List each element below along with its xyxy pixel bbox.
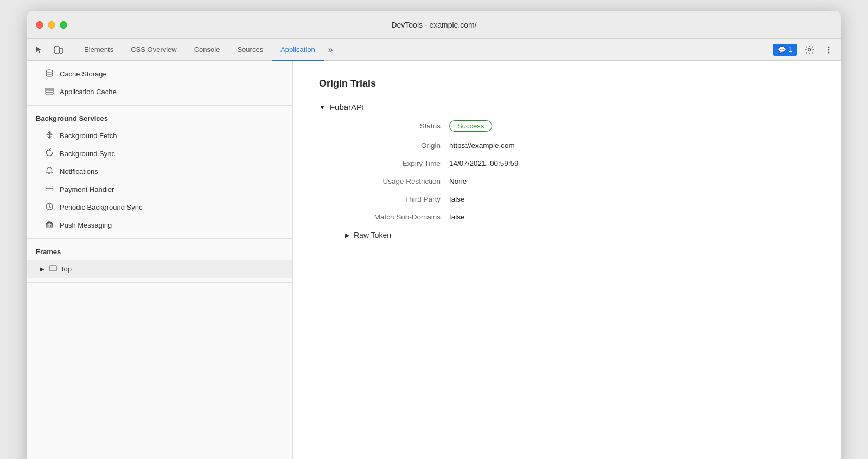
usage-row: Usage Restriction None	[332, 177, 815, 185]
device-toolbar-button[interactable]	[51, 42, 66, 57]
tab-bar-tools	[31, 39, 71, 60]
sidebar-item-background-fetch[interactable]: Background Fetch	[27, 127, 292, 145]
match-subdomains-label: Match Sub-Domains	[332, 213, 441, 221]
sidebar-item-payment-handler[interactable]: Payment Handler	[27, 180, 292, 198]
tab-css-overview[interactable]: CSS Overview	[122, 40, 186, 61]
svg-rect-0	[55, 47, 59, 53]
sidebar-item-push-messaging[interactable]: Push Messaging	[27, 216, 292, 234]
sidebar-item-background-sync[interactable]: Background Sync	[27, 145, 292, 163]
frames-header: Frames	[27, 243, 292, 260]
origin-row: Origin https://example.com	[332, 141, 815, 150]
devtools-window: DevTools - example.com/ Elements CSS Ove	[27, 11, 841, 459]
svg-point-2	[808, 48, 811, 51]
close-button[interactable]	[36, 21, 43, 29]
tabs-container: Elements CSS Overview Console Sources Ap…	[75, 39, 773, 60]
window-title: DevTools - example.com/	[391, 21, 476, 29]
sidebar-item-application-cache[interactable]: Application Cache	[27, 83, 292, 101]
background-services-section: Background Services Background Fetch	[27, 106, 292, 239]
traffic-lights	[36, 21, 67, 29]
notifications-icon	[44, 166, 54, 177]
background-sync-icon	[44, 148, 54, 159]
frames-section: Frames ▶ top	[27, 239, 292, 283]
api-header[interactable]: ▼ FubarAPI	[319, 102, 815, 112]
svg-rect-15	[50, 266, 56, 271]
svg-rect-8	[46, 90, 53, 92]
api-section: ▼ FubarAPI Status Success Origin https:/…	[319, 102, 815, 240]
sidebar-item-notifications[interactable]: Notifications	[27, 163, 292, 180]
status-label: Status	[332, 122, 441, 130]
status-row: Status Success	[332, 120, 815, 132]
usage-value: None	[449, 177, 467, 185]
panel-title: Origin Trials	[319, 78, 815, 89]
raw-token-section: ▶ Raw Token	[345, 231, 815, 240]
tab-bar-right: 💬 1	[773, 39, 837, 60]
usage-label: Usage Restriction	[332, 177, 441, 185]
device-icon	[54, 45, 63, 55]
api-collapse-arrow: ▼	[319, 104, 326, 111]
payment-handler-icon	[44, 184, 54, 195]
svg-rect-9	[46, 93, 53, 94]
storage-section: Cache Storage Application Cache	[27, 61, 292, 106]
sidebar-item-periodic-background-sync[interactable]: Periodic Background Sync	[27, 198, 292, 216]
push-messaging-icon	[44, 220, 54, 230]
inspect-tool-button[interactable]	[31, 42, 47, 57]
frame-icon	[49, 264, 58, 274]
api-name: FubarAPI	[330, 102, 364, 112]
third-party-row: Third Party false	[332, 195, 815, 203]
svg-point-6	[46, 70, 53, 72]
cursor-icon	[34, 45, 44, 55]
settings-button[interactable]	[802, 42, 817, 57]
origin-label: Origin	[332, 141, 441, 150]
tab-sources[interactable]: Sources	[228, 40, 272, 61]
svg-rect-7	[46, 88, 53, 90]
tab-application[interactable]: Application	[272, 40, 324, 61]
tab-elements[interactable]: Elements	[75, 40, 122, 61]
gear-icon	[805, 45, 814, 55]
maximize-button[interactable]	[60, 21, 67, 29]
cache-storage-icon	[44, 69, 54, 79]
third-party-label: Third Party	[332, 195, 441, 203]
match-subdomains-value: false	[449, 213, 465, 221]
svg-point-5	[828, 51, 830, 53]
background-fetch-icon	[44, 131, 54, 141]
periodic-background-sync-icon	[44, 202, 54, 212]
background-services-header: Background Services	[27, 110, 292, 127]
raw-token-arrow: ▶	[345, 232, 349, 239]
expiry-label: Expiry Time	[332, 159, 441, 167]
svg-rect-11	[46, 186, 53, 191]
sidebar-item-top[interactable]: ▶ top	[27, 260, 292, 278]
match-subdomains-row: Match Sub-Domains false	[332, 213, 815, 221]
svg-point-3	[828, 46, 830, 48]
main-content: Cache Storage Application Cache Backgrou	[27, 61, 841, 459]
origin-value: https://example.com	[449, 141, 515, 150]
raw-token-header[interactable]: ▶ Raw Token	[345, 231, 815, 240]
svg-rect-1	[60, 48, 62, 53]
chat-icon: 💬	[778, 46, 786, 54]
status-badge: Success	[449, 120, 492, 132]
expiry-row: Expiry Time 14/07/2021, 00:59:59	[332, 159, 815, 167]
svg-point-4	[828, 49, 830, 50]
more-tabs-button[interactable]: »	[324, 39, 337, 60]
three-dots-icon	[824, 45, 834, 55]
sidebar: Cache Storage Application Cache Backgrou	[27, 61, 293, 459]
raw-token-label: Raw Token	[354, 231, 391, 240]
main-panel: Origin Trials ▼ FubarAPI Status Success …	[293, 61, 841, 459]
minimize-button[interactable]	[48, 21, 55, 29]
third-party-value: false	[449, 195, 465, 203]
tab-console[interactable]: Console	[186, 40, 229, 61]
expiry-value: 14/07/2021, 00:59:59	[449, 159, 519, 167]
sidebar-item-cache-storage[interactable]: Cache Storage	[27, 65, 292, 83]
more-options-button[interactable]	[821, 42, 837, 57]
messages-badge-button[interactable]: 💬 1	[773, 44, 797, 56]
api-fields: Status Success Origin https://example.co…	[332, 120, 815, 240]
title-bar: DevTools - example.com/	[27, 11, 841, 39]
application-cache-icon	[44, 87, 54, 97]
tab-bar: Elements CSS Overview Console Sources Ap…	[27, 39, 841, 61]
frame-expand-arrow: ▶	[40, 266, 44, 272]
